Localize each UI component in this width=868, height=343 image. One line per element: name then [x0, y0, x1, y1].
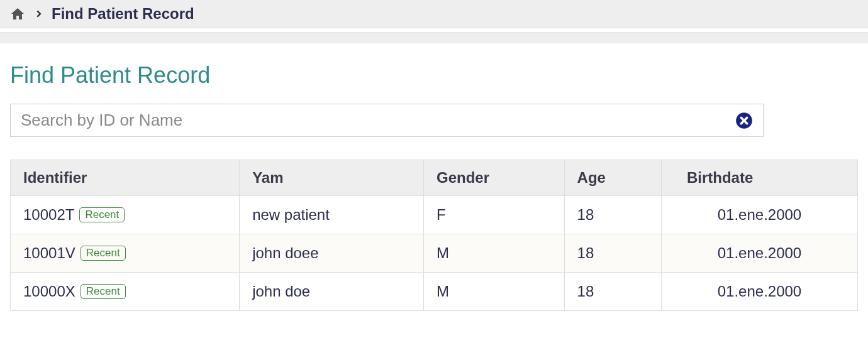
recent-badge: Recent [81, 246, 126, 261]
cell-gender: M [423, 273, 564, 311]
cell-identifier: 10002TRecent [11, 196, 240, 234]
page-title: Find Patient Record [10, 62, 858, 89]
header-birthdate: Birthdate [661, 160, 857, 196]
cell-birthdate: 01.ene.2000 [661, 234, 857, 273]
search-input[interactable] [21, 111, 735, 130]
table-row[interactable]: 10001VRecentjohn doeeM1801.ene.2000 [11, 234, 858, 273]
cell-identifier: 10000XRecent [11, 273, 240, 311]
clear-icon[interactable] [735, 112, 753, 129]
header-gender: Gender [423, 160, 564, 196]
cell-name: john doe [240, 273, 424, 311]
header-name: Yam [240, 160, 424, 196]
main-content: Find Patient Record Identifier Yam Gende… [0, 43, 868, 311]
recent-badge: Recent [81, 284, 126, 299]
spacer-bar [0, 32, 868, 43]
table-header-row: Identifier Yam Gender Age Birthdate [11, 160, 858, 196]
identifier-value: 10002T [23, 206, 74, 224]
header-identifier: Identifier [11, 160, 240, 196]
identifier-value: 10000X [23, 283, 75, 300]
chevron-right-icon [34, 7, 43, 21]
cell-gender: F [423, 196, 564, 234]
identifier-value: 10001V [23, 244, 75, 262]
patient-table: Identifier Yam Gender Age Birthdate 1000… [10, 160, 858, 311]
table-row[interactable]: 10000XRecentjohn doeM1801.ene.2000 [11, 273, 858, 311]
cell-identifier: 10001VRecent [11, 234, 240, 273]
cell-gender: M [423, 234, 564, 273]
breadcrumb-current: Find Patient Record [52, 5, 194, 23]
header-age: Age [564, 160, 661, 196]
search-wrapper [10, 104, 764, 137]
breadcrumb: Find Patient Record [0, 0, 868, 28]
cell-age: 18 [564, 196, 661, 234]
cell-name: john doee [240, 234, 424, 273]
home-icon[interactable] [10, 6, 25, 21]
cell-birthdate: 01.ene.2000 [661, 273, 857, 311]
cell-birthdate: 01.ene.2000 [661, 196, 857, 234]
recent-badge: Recent [79, 207, 125, 222]
cell-name: new patient [240, 196, 424, 234]
table-row[interactable]: 10002TRecentnew patientF1801.ene.2000 [11, 196, 858, 234]
cell-age: 18 [564, 234, 661, 273]
cell-age: 18 [564, 273, 661, 311]
